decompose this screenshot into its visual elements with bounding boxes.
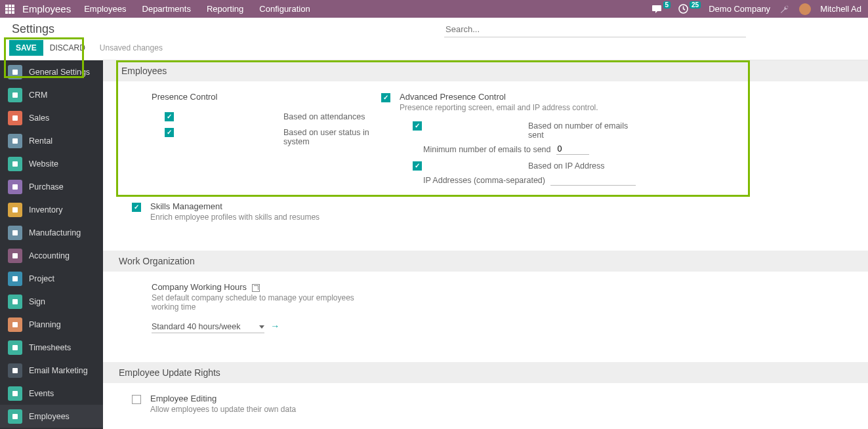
sidebar-item-sign[interactable]: Sign xyxy=(0,290,103,313)
activities-count: 25 xyxy=(690,1,701,9)
sidebar-item-events[interactable]: Events xyxy=(0,382,103,405)
lbl-ip-addresses: IP Addresses (comma-separated) xyxy=(423,176,545,185)
page-title: Settings xyxy=(12,22,428,36)
sidebar-item-label: Sales xyxy=(29,113,49,123)
svg-rect-11 xyxy=(12,299,18,304)
messages-badge[interactable]: 5 xyxy=(651,5,670,14)
sidebar-icon xyxy=(8,317,22,332)
sidebar-item-sales[interactable]: Sales xyxy=(0,106,103,129)
chk-employee-editing[interactable] xyxy=(132,395,141,404)
sidebar-item-label: Email Marketing xyxy=(29,366,88,375)
sidebar-item-project[interactable]: Project xyxy=(0,267,103,290)
sidebar-icon xyxy=(8,157,22,171)
sidebar-item-label: Project xyxy=(29,274,54,283)
chk-ip-address[interactable] xyxy=(413,161,422,171)
chk-advanced-presence[interactable] xyxy=(381,93,390,102)
working-hours-select[interactable]: Standard 40 hours/week xyxy=(152,321,264,333)
arrow-right-icon[interactable]: → xyxy=(270,321,279,331)
caret-down-icon xyxy=(259,325,264,329)
sidebar-item-label: Planning xyxy=(29,320,61,329)
search-box[interactable] xyxy=(444,22,746,37)
sidebar-item-label: Events xyxy=(29,389,54,398)
svg-rect-6 xyxy=(12,184,18,190)
sidebar-item-label: Timesheets xyxy=(29,343,71,352)
sidebar-item-label: Manufacturing xyxy=(29,228,81,237)
sidebar-icon xyxy=(8,134,22,148)
save-button[interactable]: SAVE xyxy=(9,40,43,56)
lbl-emails-sent: Based on number of emails sent xyxy=(528,121,633,140)
sidebar-item-planning[interactable]: Planning xyxy=(0,313,103,336)
apps-icon[interactable] xyxy=(0,0,20,18)
messages-count: 5 xyxy=(663,1,671,9)
svg-rect-15 xyxy=(12,391,18,396)
lbl-attendances: Based on attendances xyxy=(283,112,365,121)
chk-user-status[interactable] xyxy=(165,128,174,137)
input-min-emails[interactable] xyxy=(556,144,589,155)
sidebar-item-label: Employees xyxy=(29,412,70,421)
menu-configuration[interactable]: Configuration xyxy=(259,4,310,14)
svg-rect-8 xyxy=(12,230,18,235)
sidebar-icon xyxy=(8,386,22,401)
chk-skills-management[interactable] xyxy=(132,203,141,212)
svg-rect-14 xyxy=(12,368,18,373)
svg-rect-5 xyxy=(12,161,18,167)
debug-icon[interactable] xyxy=(779,4,790,14)
working-hours-desc: Set default company schedule to manage y… xyxy=(152,293,369,312)
sidebar-icon xyxy=(8,363,22,378)
sidebar-item-email-marketing[interactable]: Email Marketing xyxy=(0,359,103,382)
company-name[interactable]: Demo Company xyxy=(709,4,770,14)
app-title[interactable]: Employees xyxy=(22,3,71,14)
menu-departments[interactable]: Departments xyxy=(142,4,191,14)
employee-editing-desc: Allow employees to update their own data xyxy=(150,405,296,414)
sidebar-item-general-settings[interactable]: General Settings xyxy=(0,60,103,83)
chk-emails-sent[interactable] xyxy=(413,121,422,131)
top-menu: Employees Departments Reporting Configur… xyxy=(84,4,310,14)
user-name[interactable]: Mitchell Ad xyxy=(820,4,861,14)
svg-rect-1 xyxy=(12,70,18,75)
sidebar-item-timesheets[interactable]: Timesheets xyxy=(0,336,103,359)
clock-icon xyxy=(678,4,688,14)
sidebar-item-label: Sign xyxy=(29,297,45,306)
working-hours-title: Company Working Hours xyxy=(152,282,247,292)
avatar[interactable] xyxy=(799,3,811,15)
section-header-work-org: Work Organization xyxy=(103,251,868,272)
svg-rect-9 xyxy=(12,253,18,258)
sidebar-icon xyxy=(8,226,22,240)
input-ip-addresses[interactable] xyxy=(550,174,636,186)
working-hours-value: Standard 40 hours/week xyxy=(152,322,241,331)
sidebar-item-purchase[interactable]: Purchase xyxy=(0,175,103,198)
chk-attendances[interactable] xyxy=(165,112,174,121)
sidebar-item-employees[interactable]: Employees xyxy=(0,405,103,428)
lbl-user-status: Based on user status in system xyxy=(283,128,375,146)
menu-reporting[interactable]: Reporting xyxy=(207,4,243,14)
sidebar-icon xyxy=(8,409,22,424)
sidebar-icon xyxy=(8,249,22,263)
discard-button[interactable]: DISCARD xyxy=(43,40,92,56)
sidebar-item-inventory[interactable]: Inventory xyxy=(0,198,103,221)
search-input[interactable] xyxy=(444,22,746,37)
svg-rect-10 xyxy=(12,276,18,281)
sidebar-icon xyxy=(8,180,22,194)
sidebar-item-website[interactable]: Website xyxy=(0,152,103,175)
sidebar-item-rental[interactable]: Rental xyxy=(0,129,103,152)
menu-employees[interactable]: Employees xyxy=(84,4,126,14)
sidebar-icon xyxy=(8,272,22,286)
sidebar-item-label: Accounting xyxy=(29,251,70,260)
sidebar-item-label: General Settings xyxy=(29,68,90,77)
sidebar-item-accounting[interactable]: Accounting xyxy=(0,244,103,267)
skills-title: Skills Management xyxy=(150,201,320,211)
svg-rect-7 xyxy=(12,207,18,213)
advanced-presence-title: Advanced Presence Control xyxy=(400,92,852,102)
unsaved-label: Unsaved changes xyxy=(100,43,163,52)
sidebar-icon xyxy=(8,65,22,79)
sidebar-item-label: Inventory xyxy=(29,205,62,214)
sidebar-item-manufacturing[interactable]: Manufacturing xyxy=(0,221,103,244)
svg-rect-2 xyxy=(12,92,18,98)
sidebar-item-crm[interactable]: CRM xyxy=(0,83,103,106)
sidebar-icon xyxy=(8,88,22,102)
activities-badge[interactable]: 25 xyxy=(678,4,699,14)
presence-control-title: Presence Control xyxy=(152,92,381,102)
external-link-icon[interactable] xyxy=(252,284,260,292)
sidebar-item-label: CRM xyxy=(29,91,47,100)
employee-editing-title: Employee Editing xyxy=(150,394,296,403)
